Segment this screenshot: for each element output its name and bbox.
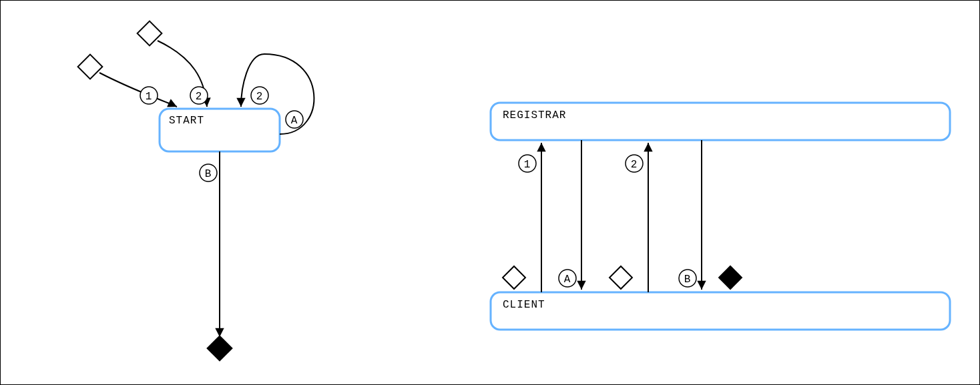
svg-rect-3 [503,266,525,289]
registrar-box [491,103,950,140]
right-sequence-diagram: REGISTRAR CLIENT 1 A 2 B [491,103,950,330]
edge-label-out: B [205,168,212,180]
diamond-open-icon [503,266,525,289]
svg-rect-5 [718,266,743,290]
edge-label-loop-top: 2 [256,91,264,103]
edge-in-1 [99,73,177,107]
diamond-open-icon [609,266,632,289]
diamond-open-icon [138,21,162,46]
svg-rect-4 [609,266,632,289]
diamond-filled-icon [206,335,233,362]
edge-label-downA: A [564,274,571,286]
diagram-canvas: START 1 2 2 A B [0,0,980,385]
diagram-svg: START 1 2 2 A B [1,1,980,385]
registrar-label: REGISTRAR [503,109,566,121]
edge-label-up2: 2 [631,159,638,171]
edge-label-loop-side: A [291,115,298,127]
edge-label-downB: B [684,274,692,286]
left-state-diagram: START 1 2 2 A B [78,21,314,362]
edge-label-in2: 2 [196,91,203,103]
client-box [491,292,950,330]
svg-rect-0 [78,55,103,79]
svg-rect-1 [138,21,162,46]
diamond-open-icon [78,55,103,79]
edge-label-up1: 1 [524,159,531,171]
svg-rect-2 [206,335,233,362]
edge-label-in1: 1 [146,91,153,103]
diamond-filled-icon [718,266,743,290]
start-node-label: START [169,115,204,127]
client-label: CLIENT [503,299,545,311]
